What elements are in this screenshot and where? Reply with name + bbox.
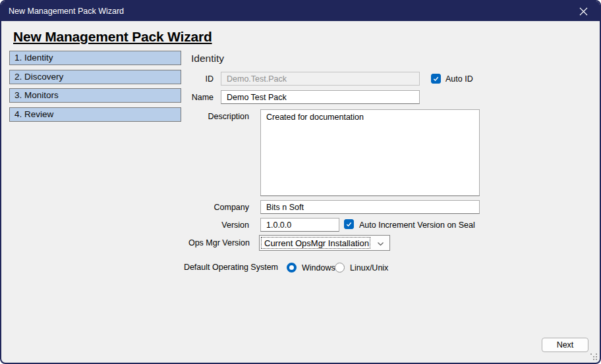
window-title: New Management Pack Wizard (9, 1, 124, 21)
page-title: New Management Pack Wizard (13, 29, 212, 45)
opsmgr-version-selected-value: Current OpsMgr Installation (261, 237, 370, 249)
resize-grip[interactable] (590, 353, 597, 360)
linux-unix-radio-label: Linux/Unix (350, 263, 388, 273)
id-field[interactable] (221, 72, 420, 86)
next-button[interactable]: Next (542, 338, 588, 352)
company-label: Company (214, 203, 250, 212)
wizard-dialog: New Management Pack Wizard New Managemen… (0, 0, 601, 364)
step-button-monitors[interactable]: 3. Monitors (9, 88, 181, 103)
version-field[interactable] (260, 218, 339, 232)
step-button-discovery[interactable]: 2. Discovery (9, 70, 181, 84)
auto-increment-checkbox[interactable] (344, 219, 354, 229)
windows-radio[interactable] (287, 263, 297, 273)
description-field[interactable]: Created for documentation (260, 109, 480, 196)
company-field[interactable] (260, 200, 480, 214)
close-button[interactable] (572, 1, 594, 21)
version-label: Version (221, 221, 249, 230)
auto-increment-label: Auto Increment Version on Seal (359, 221, 475, 230)
opsmgr-version-label: Ops Mgr Version (188, 238, 250, 247)
close-icon (579, 7, 588, 16)
check-icon (345, 221, 353, 228)
name-label: Name (192, 93, 214, 102)
chevron-down-icon (376, 240, 385, 248)
titlebar: New Management Pack Wizard (1, 1, 600, 21)
auto-id-checkbox[interactable] (431, 74, 441, 84)
id-label: ID (206, 74, 214, 84)
section-title: Identity (191, 53, 224, 65)
linux-unix-radio[interactable] (335, 263, 345, 273)
check-icon (432, 75, 440, 82)
name-field[interactable] (221, 90, 420, 104)
default-os-label: Default Operating System (184, 263, 278, 272)
step-button-identity[interactable]: 1. Identity (9, 51, 181, 65)
step-button-review[interactable]: 4. Review (9, 107, 181, 122)
description-label: Description (208, 112, 249, 121)
windows-radio-label: Windows (302, 263, 335, 273)
opsmgr-version-dropdown[interactable]: Current OpsMgr Installation (259, 235, 390, 251)
auto-id-label: Auto ID (445, 74, 473, 84)
